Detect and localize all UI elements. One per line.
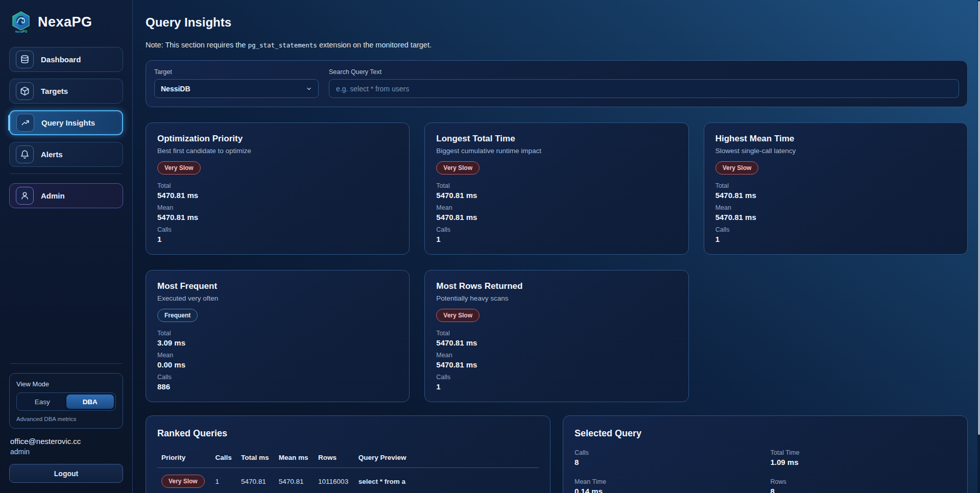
- stat-label: Calls: [436, 226, 677, 233]
- view-mode-toggle: Easy DBA: [16, 392, 116, 411]
- stat-value: 1: [715, 235, 956, 243]
- metric-card-subtitle: Slowest single-call latency: [715, 147, 956, 155]
- stat-label: Mean: [157, 352, 398, 359]
- stat-mean: Mean 5470.81 ms: [436, 204, 677, 221]
- stat-value: 5470.81 ms: [436, 338, 677, 347]
- selected-query-panel: Selected Query Calls 8 Total Time 1.09 m…: [563, 415, 968, 493]
- selected-query-title: Selected Query: [575, 428, 956, 439]
- metric-card-subtitle: Potentially heavy scans: [436, 294, 677, 302]
- status-badge: Very Slow: [715, 161, 759, 175]
- stat-total: Total 3.09 ms: [157, 330, 398, 347]
- metric-card-title: Optimization Priority: [157, 134, 398, 144]
- metric-card-subtitle: Biggest cumulative runtime impact: [436, 147, 677, 155]
- sidebar-divider: [10, 174, 122, 174]
- stat-value: 8: [771, 487, 957, 493]
- ranked-queries-title: Ranked Queries: [157, 428, 539, 439]
- sidebar-item-query-insights[interactable]: Query Insights: [9, 110, 123, 135]
- stat-label: Mean: [157, 204, 398, 211]
- sidebar-item-alerts[interactable]: Alerts: [9, 142, 123, 167]
- view-mode-caption: Advanced DBA metrics: [16, 416, 116, 422]
- stat-mean: Mean 5470.81 ms: [157, 204, 398, 221]
- brand: Nexa PG NexaPG: [9, 10, 123, 34]
- stat-label: Total: [436, 330, 677, 337]
- stat-value: 1: [157, 235, 398, 243]
- column-header-priority: Priority: [157, 449, 211, 468]
- column-header-mean-ms: Mean ms: [275, 449, 314, 468]
- note-text: extension on the monitored target.: [317, 41, 432, 49]
- total-ms-cell: 5470.81: [237, 468, 275, 493]
- mean-ms-cell: 5470.81: [275, 468, 314, 493]
- target-select[interactable]: NessiDB: [154, 79, 319, 98]
- stat-calls: Calls 1: [436, 226, 677, 243]
- metric-card-title: Most Rows Returned: [436, 281, 677, 291]
- sidebar-item-targets[interactable]: Targets: [9, 79, 123, 104]
- user-role: admin: [10, 448, 122, 456]
- chevron-down-icon: [306, 86, 312, 92]
- stat-total: Total 5470.81 ms: [436, 330, 677, 347]
- search-field-group: Search Query Text: [329, 68, 959, 98]
- view-mode-card: View Mode Easy DBA Advanced DBA metrics: [9, 373, 123, 429]
- stat-value: 5470.81 ms: [436, 360, 677, 369]
- status-badge: Very Slow: [157, 161, 201, 175]
- metric-card-highest-mean-time: Highest Mean Time Slowest single-call la…: [704, 122, 968, 255]
- main-content: Query Insights Note: This section requir…: [133, 0, 980, 493]
- sidebar-bottom: View Mode Easy DBA Advanced DBA metrics …: [9, 359, 123, 483]
- stat-label: Mean: [436, 352, 677, 359]
- note-text: Note: This section requires the: [146, 41, 248, 49]
- stat-label: Calls: [715, 226, 956, 233]
- toggle-option-dba[interactable]: DBA: [66, 395, 114, 409]
- user-icon: [16, 187, 34, 205]
- stat-label: Total: [157, 182, 398, 189]
- stat-label: Mean Time: [575, 478, 760, 485]
- sidebar-item-label: Admin: [41, 191, 65, 200]
- logout-button[interactable]: Logout: [9, 464, 123, 483]
- status-badge: Very Slow: [436, 161, 480, 175]
- sidebar: Nexa PG NexaPG Dashboard: [0, 0, 133, 493]
- stat-label: Calls: [575, 449, 760, 456]
- stat-total: Total 5470.81 ms: [157, 182, 398, 200]
- filter-bar: Target NessiDB Search Query Text: [146, 60, 968, 107]
- stat-mean: Mean 5470.81 ms: [715, 204, 956, 221]
- stat-value: 0.14 ms: [575, 487, 760, 493]
- stat-label: Total Time: [771, 449, 957, 456]
- database-icon: [16, 51, 34, 68]
- toggle-option-easy[interactable]: Easy: [18, 395, 66, 409]
- stat-total: Total 5470.81 ms: [436, 182, 677, 200]
- stat-label: Mean: [715, 204, 956, 211]
- sidebar-item-admin[interactable]: Admin: [9, 183, 123, 208]
- search-query-input[interactable]: [329, 79, 959, 98]
- page-scrollbar[interactable]: [977, 0, 980, 493]
- metric-card-most-rows-returned: Most Rows Returned Potentially heavy sca…: [424, 270, 688, 402]
- column-header-total-ms: Total ms: [237, 449, 275, 468]
- status-badge: Frequent: [157, 309, 198, 322]
- stat-label: Total: [715, 182, 956, 189]
- stat-value: 5470.81 ms: [436, 191, 677, 200]
- column-header-calls: Calls: [211, 449, 237, 468]
- metric-card-title: Most Frequent: [157, 281, 398, 291]
- stat-calls: Calls 886: [157, 374, 398, 391]
- stat-mean-time: Mean Time 0.14 ms: [575, 478, 760, 493]
- stat-value: 1: [436, 382, 677, 391]
- cube-icon: [16, 82, 34, 100]
- target-field-group: Target NessiDB: [154, 68, 319, 98]
- status-badge: Very Slow: [436, 309, 480, 322]
- stat-calls: Calls 1: [157, 226, 398, 243]
- scrollbar-thumb[interactable]: [978, 1, 980, 435]
- stat-value: 0.00 ms: [157, 360, 398, 369]
- table-row[interactable]: Very Slow 1 5470.81 5470.81 10116003 sel…: [157, 468, 539, 493]
- stat-label: Total: [436, 182, 677, 189]
- user-email: office@nesterovic.cc: [10, 437, 122, 446]
- metric-card-subtitle: Best first candidate to optimize: [157, 147, 398, 155]
- column-header-query-preview: Query Preview: [354, 449, 539, 468]
- metric-card-longest-total-time: Longest Total Time Biggest cumulative ru…: [424, 122, 688, 255]
- calls-cell: 1: [211, 468, 237, 493]
- stat-mean: Mean 5470.81 ms: [436, 352, 677, 369]
- svg-text:PG: PG: [22, 30, 27, 33]
- view-mode-label: View Mode: [16, 380, 116, 388]
- sidebar-item-label: Query Insights: [41, 118, 95, 127]
- sidebar-item-dashboard[interactable]: Dashboard: [9, 47, 123, 72]
- query-preview-cell: select * from a: [354, 468, 539, 493]
- status-badge: Very Slow: [161, 475, 205, 488]
- stat-value: 1.09 ms: [771, 458, 957, 466]
- stat-value: 5470.81 ms: [715, 191, 956, 200]
